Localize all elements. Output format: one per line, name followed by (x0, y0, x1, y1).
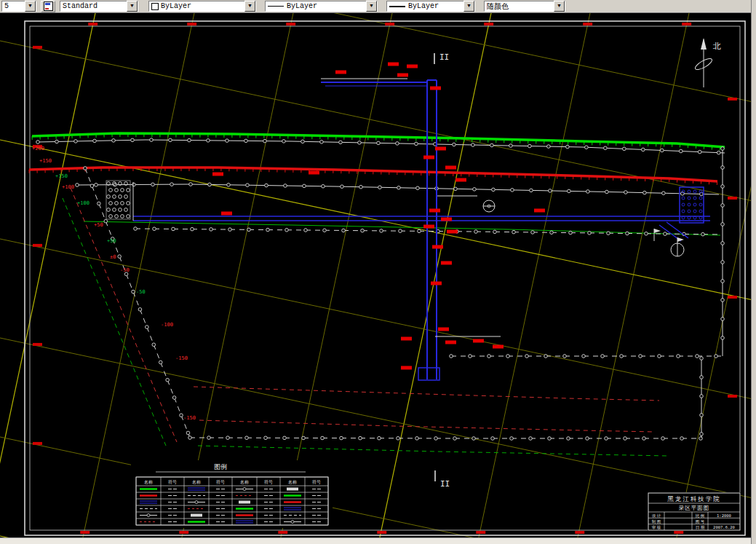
plot-style-combo[interactable]: 随颜色 ▼ (484, 1, 565, 12)
lineweight-glyph-icon (389, 6, 405, 7)
svg-text:+150: +150 (39, 158, 52, 164)
svg-text:-50: -50 (120, 267, 130, 273)
style-button[interactable] (41, 1, 55, 12)
svg-text:图 号: 图 号 (696, 519, 705, 524)
svg-text:+100: +100 (62, 184, 74, 190)
svg-text:-100: -100 (161, 322, 173, 328)
svg-text:北: 北 (712, 42, 721, 51)
svg-text:审 核: 审 核 (652, 525, 661, 529)
chevron-down-icon[interactable]: ▼ (463, 1, 474, 12)
text-style-value: Standard (63, 2, 127, 10)
chevron-down-icon[interactable]: ▼ (127, 1, 138, 12)
layer-combo-value: 5 (4, 2, 25, 10)
svg-text:2007.6.20: 2007.6.20 (713, 525, 735, 529)
svg-text:II: II (439, 52, 449, 62)
legend-table: 图例名称符号名称符号名称符号名称符号 (131, 460, 333, 528)
chevron-down-icon[interactable]: ▼ (244, 1, 255, 12)
svg-text:符号: 符号 (264, 479, 273, 484)
svg-text:符号: 符号 (216, 479, 225, 484)
window-right-edge (751, 0, 756, 544)
autocad-window: 5 ▼ Standard ▼ ByLayer ▼ ByLayer ▼ ByLay… (0, 0, 756, 544)
svg-text:名称: 名称 (144, 479, 153, 485)
svg-text:符号: 符号 (168, 479, 177, 484)
status-strip (0, 537, 751, 544)
svg-text:+100: +100 (77, 200, 89, 206)
chevron-down-icon[interactable]: ▼ (366, 1, 377, 12)
title-block-school: 黑龙江科技学院 (667, 495, 721, 502)
text-style-combo[interactable]: Standard ▼ (60, 1, 138, 12)
drawing-canvas[interactable]: +200+150+150+100+100+50+50±0-50-50-100-1… (0, 13, 751, 537)
svg-text:+150: +150 (55, 173, 68, 179)
legend-title: 图例 (214, 463, 227, 470)
style-icon (44, 1, 53, 11)
layer-combo[interactable]: 5 ▼ (1, 1, 36, 12)
lineweight-combo[interactable]: ByLayer ▼ (386, 1, 475, 12)
color-combo-value: ByLayer (161, 2, 244, 10)
object-properties-toolbar: 5 ▼ Standard ▼ ByLayer ▼ ByLayer ▼ ByLay… (0, 0, 751, 13)
title-block-drawing-name: 采区平面图 (679, 505, 710, 511)
linetype-glyph-icon (268, 6, 284, 7)
drawing-area[interactable]: +200+150+150+100+100+50+50±0-50-50-100-1… (0, 13, 751, 537)
title-block: 黑龙江科技学院采区平面图设 计比 例1:2000制 图图 号审 核日 期2007… (648, 492, 741, 531)
svg-text:比 例: 比 例 (696, 513, 705, 519)
svg-text:-150: -150 (175, 355, 188, 361)
plot-style-value: 随颜色 (487, 1, 554, 12)
chevron-down-icon[interactable]: ▼ (25, 1, 36, 12)
svg-text:名称: 名称 (240, 479, 249, 485)
svg-text:-150: -150 (183, 415, 196, 421)
svg-text:-50: -50 (136, 289, 146, 295)
svg-text:±0: ±0 (110, 254, 116, 260)
svg-text:符号: 符号 (312, 479, 321, 484)
color-swatch (151, 3, 159, 10)
svg-text:II: II (440, 479, 450, 489)
svg-text:+200: +200 (32, 146, 44, 151)
linetype-combo-value: ByLayer (287, 2, 366, 10)
svg-text:名称: 名称 (192, 479, 201, 485)
svg-text:+50: +50 (94, 222, 103, 228)
color-combo[interactable]: ByLayer ▼ (148, 1, 256, 12)
lineweight-combo-value: ByLayer (408, 2, 463, 10)
svg-text:1:2000: 1:2000 (717, 513, 731, 518)
svg-text:名称: 名称 (288, 479, 297, 485)
chevron-down-icon[interactable]: ▼ (554, 1, 565, 12)
svg-text:+50: +50 (107, 238, 116, 244)
svg-text:日 期: 日 期 (696, 525, 705, 530)
linetype-combo[interactable]: ByLayer ▼ (265, 1, 378, 12)
svg-text:设 计: 设 计 (652, 513, 661, 518)
svg-text:制 图: 制 图 (652, 519, 661, 524)
